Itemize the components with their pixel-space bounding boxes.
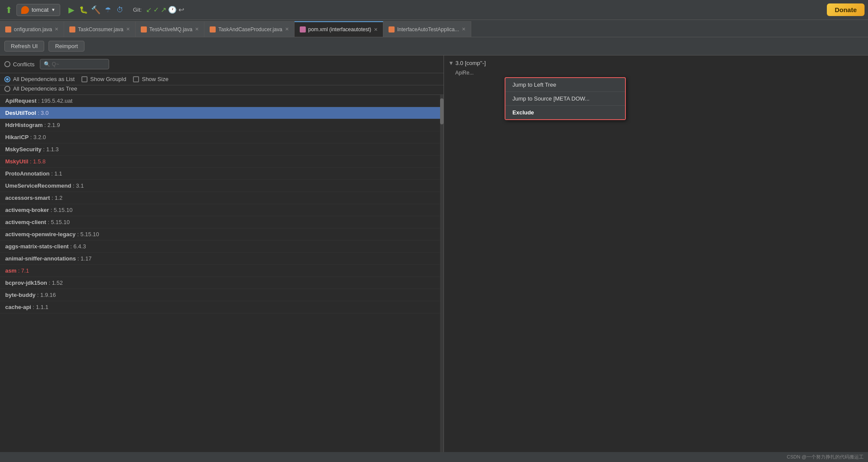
dep-byte-buddy[interactable]: byte-buddy : 1.9.16 <box>0 289 444 301</box>
radio-circle-all-list <box>4 76 10 82</box>
checkbox-groupid <box>81 76 87 82</box>
tab-close-icon[interactable]: ✕ <box>126 26 130 32</box>
context-menu: Jump to Left Tree Jump to Source [META D… <box>505 77 626 120</box>
tab-close-icon[interactable]: ✕ <box>195 26 199 32</box>
dep-accessors-smart[interactable]: accessors-smart : 1.2 <box>0 192 444 204</box>
tab-close-icon[interactable]: ✕ <box>55 26 58 32</box>
toolbar: ⬆ tomcat ▼ ▶ 🐛 🔨 ☂ ⏱ Git: ↙ ✓ ↗ 🕐 ↩ Dona… <box>0 0 868 20</box>
java-file-icon <box>69 26 75 33</box>
git-history-icon[interactable]: 🕐 <box>168 6 177 14</box>
tab-close-icon[interactable]: ✕ <box>374 27 378 33</box>
tree-radio-row: All Dependencies as Tree <box>0 85 444 95</box>
context-jump-left-tree[interactable]: Jump to Left Tree <box>505 78 625 92</box>
dep-apirequest[interactable]: ApiRequest : 195.5.42.uat <box>0 95 444 107</box>
debug-button[interactable]: 🐛 <box>78 5 89 15</box>
arrow-icon[interactable]: ⬆ <box>3 5 14 15</box>
dep-umeservicerecommend[interactable]: UmeServiceRecommend : 3.1 <box>0 180 444 192</box>
right-panel-header: ▼ 3.0 [comp''-] <box>448 60 864 66</box>
coverage-button[interactable]: ☂ <box>103 5 113 15</box>
tomcat-label: tomcat <box>32 7 49 13</box>
status-text: CSDN @一个努力挣扎的代码搬运工 <box>787 454 864 459</box>
tomcat-dropdown-icon[interactable]: ▼ <box>51 7 55 12</box>
tab-configuration[interactable]: onfiguration.java ✕ <box>0 21 64 37</box>
tab-label: pom.xml (interfaceautotest) <box>308 26 371 33</box>
tab-label: TaskConsumer.java <box>78 26 123 33</box>
conflicts-label: Conflicts <box>13 61 35 68</box>
tomcat-button[interactable]: tomcat ▼ <box>16 4 60 16</box>
checkbox-size <box>133 76 139 82</box>
search-placeholder: Q~ <box>52 61 59 67</box>
tab-pomxml[interactable]: pom.xml (interfaceautotest) ✕ <box>295 21 383 37</box>
git-revert-icon[interactable]: ↩ <box>178 6 184 14</box>
radio-circle-all-tree <box>4 86 10 92</box>
tab-bar: onfiguration.java ✕ TaskConsumer.java ✕ … <box>0 20 868 37</box>
git-label: Git: <box>133 7 142 13</box>
context-item-label: Exclude <box>512 109 534 116</box>
git-update-icon[interactable]: ↙ <box>146 6 152 14</box>
tab-label: TaskAndCaseProducer.java <box>218 26 282 33</box>
context-jump-source[interactable]: Jump to Source [META DOW... <box>505 92 625 106</box>
git-icons: ↙ ✓ ↗ 🕐 ↩ <box>146 6 184 14</box>
dep-protoannotation[interactable]: ProtoAnnotation : 1.1 <box>0 168 444 180</box>
context-item-label: Jump to Source [META DOW... <box>512 95 589 102</box>
all-list-radio[interactable]: All Dependencies as List <box>4 76 74 82</box>
tab-taskandcaseproducer[interactable]: TaskAndCaseProducer.java ✕ <box>204 21 294 37</box>
conflicts-radio[interactable]: Conflicts <box>4 61 35 68</box>
all-tree-radio[interactable]: All Dependencies as Tree <box>4 85 77 92</box>
dep-mskyutil[interactable]: MskyUtil : 1.5.8 <box>0 156 444 168</box>
reimport-button[interactable]: Reimport <box>49 41 84 52</box>
dep-mskysecurity[interactable]: MskySecurity : 1.1.3 <box>0 143 444 156</box>
tomcat-icon <box>21 6 29 14</box>
scrollbar-track[interactable] <box>440 95 444 461</box>
tab-close-icon[interactable]: ✕ <box>462 26 466 32</box>
action-row: Refresh UI Reimport <box>0 37 868 55</box>
dep-animal-sniffer-annotations[interactable]: animal-sniffer-annotations : 1.17 <box>0 253 444 265</box>
git-checkmark-icon[interactable]: ✓ <box>153 6 159 14</box>
dep-hdrhistogram[interactable]: HdrHistogram : 2.1.9 <box>0 119 444 131</box>
radio-circle-conflicts <box>4 61 10 67</box>
filter-row: Conflicts 🔍 Q~ <box>0 55 444 73</box>
profile-button[interactable]: ⏱ <box>115 5 125 15</box>
git-push-icon[interactable]: ↗ <box>161 6 166 14</box>
dep-bcprov-jdk15on[interactable]: bcprov-jdk15on : 1.52 <box>0 277 444 289</box>
tab-close-icon[interactable]: ✕ <box>285 26 289 32</box>
show-size-label: Show Size <box>142 76 168 82</box>
dep-activemq-broker[interactable]: activemq-broker : 5.15.10 <box>0 204 444 216</box>
run-icons: ▶ 🐛 🔨 ☂ ⏱ <box>66 5 125 15</box>
all-tree-label: All Dependencies as Tree <box>13 85 77 92</box>
search-box[interactable]: 🔍 Q~ <box>40 59 109 69</box>
play-button[interactable]: ▶ <box>66 5 77 15</box>
show-groupid-checkbox[interactable]: Show GroupId <box>81 76 126 82</box>
right-panel-title: 3.0 [comp''-] <box>456 60 486 66</box>
refresh-ui-button[interactable]: Refresh UI <box>4 41 44 52</box>
dep-cache-api[interactable]: cache-api : 1.1.1 <box>0 301 444 313</box>
options-row: All Dependencies as List Show GroupId Sh… <box>0 73 444 85</box>
right-panel-sub: ApiRe... <box>448 70 864 76</box>
context-exclude[interactable]: Exclude <box>505 106 625 119</box>
show-groupid-label: Show GroupId <box>90 76 126 82</box>
toolbar-left: ⬆ tomcat ▼ ▶ 🐛 🔨 ☂ ⏱ Git: ↙ ✓ ↗ 🕐 ↩ <box>3 4 827 16</box>
status-bar: CSDN @一个努力挣扎的代码搬运工 <box>0 452 868 462</box>
dep-activemq-client[interactable]: activemq-client : 5.15.10 <box>0 216 444 228</box>
main-area: Conflicts 🔍 Q~ All Dependencies as List … <box>0 55 868 461</box>
java-file-icon <box>5 26 11 33</box>
dep-aggs-matrix-stats-client[interactable]: aggs-matrix-stats-client : 6.4.3 <box>0 241 444 253</box>
build-button[interactable]: 🔨 <box>91 5 101 15</box>
dep-activemq-openwire-legacy[interactable]: activemq-openwire-legacy : 5.15.10 <box>0 228 444 241</box>
tab-interfaceautotestapplica[interactable]: InterfaceAutoTestApplica... ✕ <box>383 21 471 37</box>
show-size-checkbox[interactable]: Show Size <box>133 76 168 82</box>
tab-label: InterfaceAutoTestApplica... <box>397 26 459 33</box>
dep-desutiltool[interactable]: DesUtilTool : 3.0 <box>0 107 444 119</box>
tab-taskconsumer[interactable]: TaskConsumer.java ✕ <box>64 21 136 37</box>
left-panel: Conflicts 🔍 Q~ All Dependencies as List … <box>0 55 444 461</box>
dep-hikaricp[interactable]: HikariCP : 3.2.0 <box>0 131 444 143</box>
tab-label: TestActiveMQ.java <box>149 26 192 33</box>
tab-testactivemq[interactable]: TestActiveMQ.java ✕ <box>136 21 204 37</box>
java-file-icon <box>210 26 216 33</box>
donate-button[interactable]: Donate <box>827 3 865 16</box>
dep-asm[interactable]: asm : 7.1 <box>0 265 444 277</box>
all-list-label: All Dependencies as List <box>13 76 74 82</box>
scrollbar-thumb[interactable] <box>440 98 444 124</box>
java-file-icon <box>141 26 147 33</box>
dependency-list[interactable]: ApiRequest : 195.5.42.uat DesUtilTool : … <box>0 95 444 461</box>
